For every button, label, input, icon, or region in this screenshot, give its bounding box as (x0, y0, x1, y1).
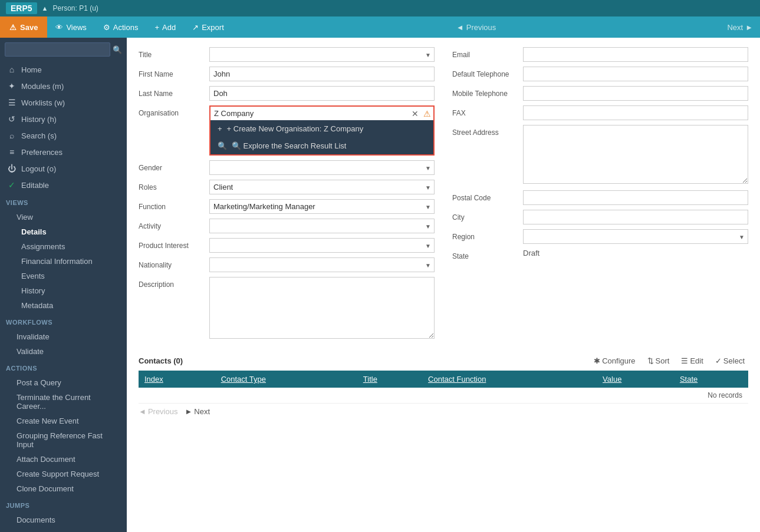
sidebar-view-events[interactable]: Events (0, 269, 127, 283)
nationality-select[interactable] (209, 257, 435, 272)
default-telephone-input[interactable] (523, 67, 748, 81)
nationality-select-wrapper: ▼ (209, 257, 435, 272)
sidebar-action-post-query[interactable]: Post a Query (0, 375, 127, 390)
sidebar-item-modules[interactable]: ✦ Modules (m) (0, 78, 127, 94)
sidebar-action-attach-doc[interactable]: Attach Document (0, 452, 127, 467)
region-select[interactable] (523, 229, 748, 244)
sidebar-item-history[interactable]: ↺ History (h) (0, 111, 127, 127)
organisation-dropdown-menu: + + Create New Organisation: Z Company 🔍… (210, 120, 433, 154)
sidebar-workflow-validate[interactable]: Validate (0, 344, 127, 359)
create-new-org-item[interactable]: + + Create New Organisation: Z Company (210, 120, 433, 137)
firstname-row: First Name (139, 67, 435, 81)
region-select-wrapper: ▼ (523, 229, 748, 244)
search-icon[interactable]: 🔍 (113, 45, 122, 54)
contacts-nav: ◄ Previous ► Next (139, 404, 748, 419)
sidebar-item-editable[interactable]: ✓ Editable (0, 177, 127, 193)
gender-select[interactable] (209, 160, 435, 175)
organisation-input[interactable] (210, 107, 409, 120)
sidebar-view-assignments[interactable]: Assignments (0, 239, 127, 254)
export-button[interactable]: ↗ Export (184, 16, 232, 38)
history-icon: ↺ (7, 114, 17, 124)
sidebar-workflow-invalidate[interactable]: Invalidate (0, 329, 127, 344)
views-button[interactable]: 👁 Views (47, 16, 94, 38)
sidebar-action-clone-doc[interactable]: Clone Document (0, 481, 127, 496)
col-title-link[interactable]: Title (363, 375, 377, 384)
organisation-label: Organisation (139, 105, 209, 117)
sidebar-item-search[interactable]: ⌕ Search (s) (0, 127, 127, 144)
form-left-section: Title ▼ First Name (139, 47, 435, 345)
sidebar-view-history[interactable]: History (0, 283, 127, 298)
region-field: ▼ (523, 229, 748, 244)
col-state-link[interactable]: State (680, 375, 698, 384)
postal-code-label: Postal Code (452, 190, 523, 202)
product-interest-field: ▼ (209, 238, 435, 253)
previous-button[interactable]: ◄ Previous (449, 16, 503, 38)
sidebar-view-metadata[interactable]: Metadata (0, 298, 127, 313)
city-input[interactable] (523, 210, 748, 224)
sort-button[interactable]: ⇅ Sort (644, 355, 673, 367)
nationality-label: Nationality (139, 257, 209, 269)
sidebar-action-create-support[interactable]: Create Support Request (0, 467, 127, 481)
title-label: Title (139, 47, 209, 59)
explore-search-item[interactable]: 🔍 🔍 Explore the Search Result List (210, 137, 433, 154)
sidebar-jump-documents[interactable]: Documents (0, 513, 127, 527)
description-textarea[interactable] (209, 277, 435, 339)
col-index: Index (139, 371, 215, 388)
sidebar-item-preferences[interactable]: ≡ Preferences (0, 144, 127, 160)
activity-select[interactable] (209, 219, 435, 233)
actions-button[interactable]: ⚙ Actions (95, 16, 147, 38)
sidebar-view-view[interactable]: View (0, 210, 127, 224)
product-interest-label: Product Interest (139, 238, 209, 250)
function-select[interactable]: Marketing/Marketing Manager (209, 199, 435, 214)
roles-select-wrapper: Client ▼ (209, 180, 435, 194)
sidebar-jump-queries[interactable]: Queries (0, 527, 127, 532)
col-index-link[interactable]: Index (144, 375, 163, 384)
sidebar-item-home[interactable]: ⌂ Home (0, 61, 127, 78)
col-contact-type-link[interactable]: Contact Type (221, 375, 266, 384)
next-button[interactable]: Next ► (720, 16, 760, 38)
mobile-telephone-input[interactable] (523, 86, 748, 101)
add-button[interactable]: + Add (146, 16, 184, 38)
sidebar-view-details[interactable]: Details (0, 224, 127, 239)
title-row: Title ▼ (139, 47, 435, 62)
title-field: ▼ (209, 47, 435, 62)
roles-select[interactable]: Client (209, 180, 435, 194)
street-address-textarea[interactable] (523, 125, 748, 184)
sidebar-action-grouping-ref[interactable]: Grouping Reference Fast Input (0, 428, 127, 452)
default-telephone-row: Default Telephone (452, 67, 748, 81)
sidebar-item-logout[interactable]: ⏻ Logout (o) (0, 160, 127, 177)
gender-field: ▼ (209, 160, 435, 175)
save-button[interactable]: ⚠ Save (0, 16, 47, 38)
state-row: State Draft (452, 249, 748, 260)
sidebar-item-worklists[interactable]: ☰ Worklists (w) (0, 94, 127, 111)
street-address-label: Street Address (452, 125, 523, 137)
fax-input[interactable] (523, 105, 748, 120)
lastname-input[interactable] (209, 86, 435, 101)
sidebar-action-terminate-career[interactable]: Terminate the Current Career... (0, 390, 127, 414)
no-records-cell: No records (139, 388, 748, 404)
firstname-input[interactable] (209, 67, 435, 81)
sidebar-view-financial-info[interactable]: Financial Information (0, 254, 127, 269)
sidebar-action-create-event[interactable]: Create New Event (0, 414, 127, 428)
postal-code-input[interactable] (523, 190, 748, 205)
contacts-prev-button[interactable]: ◄ Previous (139, 407, 177, 416)
contacts-actions: ✱ Configure ⇅ Sort ☰ Edit ✓ Select (590, 355, 748, 367)
search-input[interactable] (5, 42, 110, 57)
default-telephone-label: Default Telephone (452, 67, 523, 78)
edit-button[interactable]: ☰ Edit (677, 355, 706, 367)
product-interest-select[interactable] (209, 238, 435, 253)
col-value-link[interactable]: Value (603, 375, 621, 384)
col-contact-function: Contact Function (422, 371, 597, 388)
top-bar: ERP5 ▲ Person: P1 (u) (0, 0, 760, 16)
col-contact-function-link[interactable]: Contact Function (428, 375, 486, 384)
edit-icon: ☰ (681, 356, 688, 365)
select-button[interactable]: ✓ Select (712, 355, 748, 367)
email-input[interactable] (523, 47, 748, 62)
contacts-next-button[interactable]: ► Next (185, 407, 210, 416)
configure-button[interactable]: ✱ Configure (590, 355, 639, 367)
erp5-logo: ERP5 (6, 2, 37, 14)
contacts-table-header-row: Index Contact Type Title Contact Functio… (139, 371, 748, 388)
col-title: Title (357, 371, 422, 388)
title-select[interactable] (209, 47, 435, 62)
organisation-clear-button[interactable]: ✕ (409, 108, 421, 120)
